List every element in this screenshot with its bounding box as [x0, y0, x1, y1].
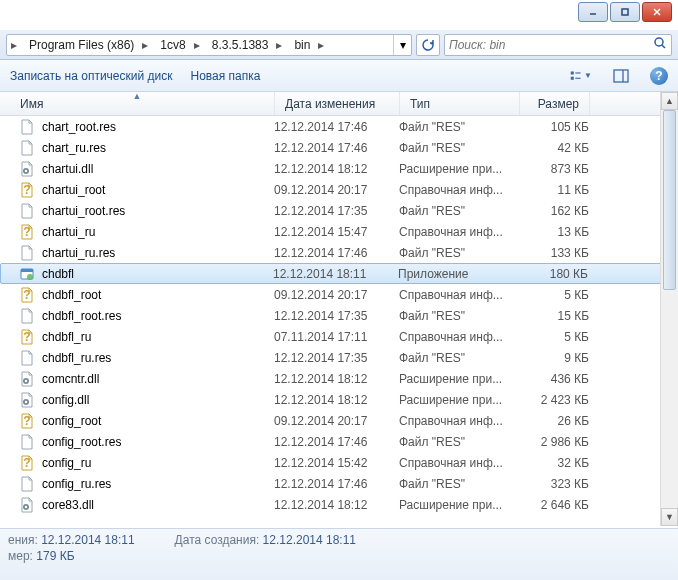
file-date: 12.12.2014 17:46	[274, 477, 399, 491]
file-row[interactable]: config_root.res12.12.2014 17:46Файл "RES…	[0, 431, 678, 452]
file-name: config_ru	[42, 456, 274, 470]
file-icon	[18, 434, 36, 450]
file-date: 07.11.2014 17:11	[274, 330, 399, 344]
status-modified-value: 12.12.2014 18:11	[41, 533, 134, 547]
file-icon	[18, 350, 36, 366]
file-icon	[18, 245, 36, 261]
file-row[interactable]: chart_ru.res12.12.2014 17:46Файл "RES"42…	[0, 137, 678, 158]
preview-pane-button[interactable]	[610, 65, 632, 87]
file-type: Файл "RES"	[399, 204, 519, 218]
file-row[interactable]: ?chdbfl_root09.12.2014 20:17Справочная и…	[0, 284, 678, 305]
chevron-right-icon[interactable]: ▸	[314, 38, 328, 52]
scroll-up-button[interactable]: ▲	[661, 92, 678, 110]
column-header-name[interactable]: Имя ▲	[0, 92, 275, 115]
svg-point-13	[25, 169, 27, 171]
file-name: core83.dll	[42, 498, 274, 512]
file-type: Справочная инф...	[399, 330, 519, 344]
breadcrumb-item[interactable]: 8.3.5.1383	[204, 35, 273, 55]
file-size: 32 КБ	[519, 456, 589, 470]
file-row[interactable]: chartui_ru.res12.12.2014 17:46Файл "RES"…	[0, 242, 678, 263]
svg-rect-1	[622, 9, 628, 15]
file-date: 12.12.2014 17:46	[274, 141, 399, 155]
file-date: 09.12.2014 20:17	[274, 183, 399, 197]
file-date: 12.12.2014 17:46	[274, 435, 399, 449]
file-type: Справочная инф...	[399, 225, 519, 239]
breadcrumb-dropdown[interactable]: ▾	[393, 35, 411, 55]
svg-text:?: ?	[23, 183, 30, 197]
file-name: chdbfl_ru.res	[42, 351, 274, 365]
file-size: 162 КБ	[519, 204, 589, 218]
column-header-date[interactable]: Дата изменения	[275, 92, 400, 115]
file-row[interactable]: chdbfl12.12.2014 18:11Приложение180 КБ	[0, 263, 678, 284]
column-header-type[interactable]: Тип	[400, 92, 520, 115]
file-icon: ?	[18, 455, 36, 471]
file-row[interactable]: config.dll12.12.2014 18:12Расширение при…	[0, 389, 678, 410]
chevron-right-icon[interactable]: ▸	[272, 38, 286, 52]
breadcrumb-item[interactable]: 1cv8	[152, 35, 189, 55]
svg-point-24	[25, 400, 27, 402]
chevron-right-icon[interactable]: ▸	[7, 38, 21, 52]
file-row[interactable]: core83.dll12.12.2014 18:12Расширение при…	[0, 494, 678, 515]
file-row[interactable]: ?chartui_ru12.12.2014 15:47Справочная ин…	[0, 221, 678, 242]
file-name: config_root	[42, 414, 274, 428]
column-header-size[interactable]: Размер	[520, 92, 590, 115]
file-row[interactable]: chart_root.res12.12.2014 17:46Файл "RES"…	[0, 116, 678, 137]
file-type: Файл "RES"	[399, 435, 519, 449]
file-row[interactable]: ?chartui_root09.12.2014 20:17Справочная …	[0, 179, 678, 200]
file-row[interactable]: chdbfl_ru.res12.12.2014 17:35Файл "RES"9…	[0, 347, 678, 368]
minimize-button[interactable]	[578, 2, 608, 22]
column-label: Тип	[410, 97, 430, 111]
file-name: chdbfl	[42, 267, 273, 281]
file-size: 436 КБ	[519, 372, 589, 386]
file-date: 12.12.2014 17:46	[274, 246, 399, 260]
search-icon[interactable]	[653, 36, 667, 53]
file-type: Файл "RES"	[399, 246, 519, 260]
file-date: 12.12.2014 17:35	[274, 309, 399, 323]
file-row[interactable]: comcntr.dll12.12.2014 18:12Расширение пр…	[0, 368, 678, 389]
file-icon	[18, 497, 36, 513]
burn-disc-button[interactable]: Записать на оптический диск	[10, 69, 173, 83]
file-date: 09.12.2014 20:17	[274, 288, 399, 302]
file-row[interactable]: ?config_root09.12.2014 20:17Справочная и…	[0, 410, 678, 431]
breadcrumb-item[interactable]: Program Files (x86)	[21, 35, 138, 55]
vertical-scrollbar[interactable]: ▲ ▼	[660, 92, 678, 526]
file-icon	[18, 140, 36, 156]
file-list[interactable]: chart_root.res12.12.2014 17:46Файл "RES"…	[0, 116, 678, 526]
svg-point-4	[655, 38, 663, 46]
sort-asc-icon: ▲	[133, 91, 142, 101]
file-name: chdbfl_ru	[42, 330, 274, 344]
close-button[interactable]	[642, 2, 672, 22]
file-row[interactable]: chartui.dll12.12.2014 18:12Расширение пр…	[0, 158, 678, 179]
file-name: comcntr.dll	[42, 372, 274, 386]
file-icon	[18, 308, 36, 324]
new-folder-button[interactable]: Новая папка	[191, 69, 261, 83]
chevron-right-icon[interactable]: ▸	[190, 38, 204, 52]
help-button[interactable]: ?	[650, 67, 668, 85]
file-name: chartui_ru	[42, 225, 274, 239]
file-name: chdbfl_root	[42, 288, 274, 302]
maximize-button[interactable]	[610, 2, 640, 22]
svg-line-5	[662, 45, 665, 48]
file-type: Справочная инф...	[399, 183, 519, 197]
scroll-thumb[interactable]	[663, 110, 676, 290]
breadcrumb-item[interactable]: bin	[286, 35, 314, 55]
chevron-right-icon[interactable]: ▸	[138, 38, 152, 52]
file-row[interactable]: chdbfl_root.res12.12.2014 17:35Файл "RES…	[0, 305, 678, 326]
search-input[interactable]	[449, 38, 653, 52]
status-size-label: мер:	[8, 549, 33, 563]
svg-rect-17	[21, 269, 33, 272]
view-options-button[interactable]: ▼	[570, 65, 592, 87]
file-row[interactable]: chartui_root.res12.12.2014 17:35Файл "RE…	[0, 200, 678, 221]
status-modified-label: ения:	[8, 533, 38, 547]
refresh-button[interactable]	[416, 34, 440, 56]
file-row[interactable]: config_ru.res12.12.2014 17:46Файл "RES"3…	[0, 473, 678, 494]
scroll-down-button[interactable]: ▼	[661, 508, 678, 526]
file-icon	[18, 203, 36, 219]
search-box[interactable]	[444, 34, 672, 56]
breadcrumb[interactable]: ▸ Program Files (x86) ▸ 1cv8 ▸ 8.3.5.138…	[6, 34, 412, 56]
file-row[interactable]: ?config_ru12.12.2014 15:42Справочная инф…	[0, 452, 678, 473]
file-type: Справочная инф...	[399, 456, 519, 470]
file-icon	[18, 392, 36, 408]
file-row[interactable]: ?chdbfl_ru07.11.2014 17:11Справочная инф…	[0, 326, 678, 347]
file-type: Расширение при...	[399, 162, 519, 176]
